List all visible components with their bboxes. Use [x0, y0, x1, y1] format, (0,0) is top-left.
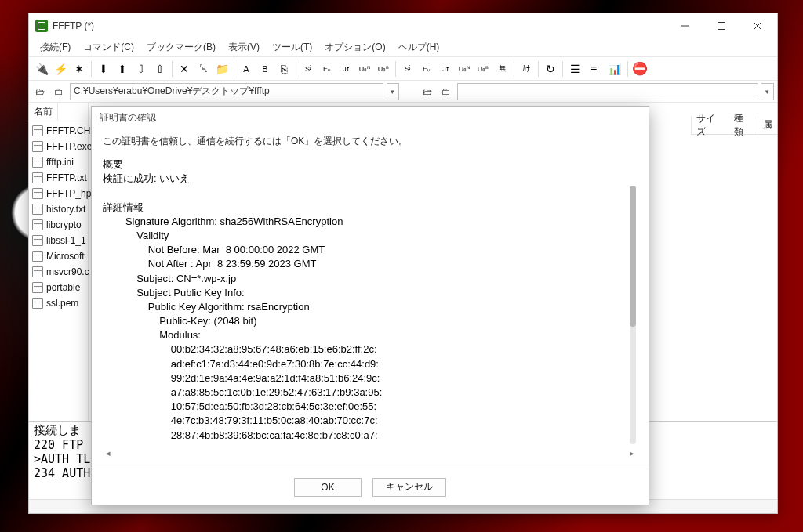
- file-name: libssl-1_1: [46, 235, 86, 246]
- menu-connect[interactable]: 接続(F): [34, 39, 77, 56]
- host-open-icon[interactable]: 🗀: [438, 85, 454, 99]
- newfolder-icon[interactable]: 📁: [213, 60, 231, 78]
- file-row[interactable]: libcrypto: [29, 217, 88, 233]
- dialog-title: 証明書の確認: [92, 107, 649, 128]
- binary-icon[interactable]: B: [256, 60, 274, 78]
- svg-rect-1: [718, 23, 725, 30]
- jis-local-icon[interactable]: Jɪ: [336, 60, 355, 78]
- utf8-host-icon[interactable]: U₈ᴺ: [455, 60, 474, 78]
- file-row[interactable]: history.txt: [29, 201, 88, 217]
- file-icon: [32, 266, 43, 277]
- file-name: FFFTP_hp: [46, 188, 91, 199]
- certificate-dialog: 証明書の確認 この証明書を信頼し、通信を続行するには「OK」を選択してください。…: [91, 106, 649, 505]
- dialog-message: この証明書を信頼し、通信を続行するには「OK」を選択してください。: [103, 135, 638, 148]
- minimize-button[interactable]: [667, 14, 703, 38]
- jis-host-icon[interactable]: Jɪ: [436, 60, 455, 78]
- calc-icon[interactable]: 📊: [603, 60, 625, 78]
- local-open-icon[interactable]: 🗀: [51, 85, 67, 99]
- file-row[interactable]: portable: [29, 280, 88, 295]
- file-icon: [32, 282, 43, 293]
- mirror-upload-icon[interactable]: ⇧: [151, 60, 169, 78]
- upload-icon[interactable]: ⬆: [113, 60, 132, 78]
- local-path-dropdown[interactable]: ▾: [387, 83, 399, 100]
- file-row[interactable]: msvcr90.c: [29, 264, 88, 280]
- host-updir-icon[interactable]: 🗁: [420, 85, 435, 99]
- none-host-icon[interactable]: 無: [492, 60, 511, 78]
- file-row[interactable]: ssl.pem: [29, 295, 88, 311]
- col-type[interactable]: 種類: [729, 116, 758, 134]
- refresh-icon[interactable]: ↻: [541, 60, 560, 78]
- file-row[interactable]: Microsoft: [29, 248, 88, 264]
- col-size[interactable]: サイズ: [691, 116, 729, 134]
- file-icon: [32, 298, 43, 309]
- utf8b-local-icon[interactable]: U₈ᴮ: [374, 60, 393, 78]
- pathbar: 🗁 🗀 ▾ 🗁 🗀 ▾: [29, 81, 777, 103]
- file-name: ssl.pem: [46, 298, 78, 309]
- vertical-scrollbar[interactable]: [630, 186, 636, 444]
- file-name: FFFTP.exe: [46, 141, 92, 152]
- app-icon: [35, 20, 48, 32]
- local-header: 名前: [29, 103, 88, 121]
- ascii-icon[interactable]: A: [237, 60, 256, 78]
- host-path-input[interactable]: [457, 83, 758, 100]
- lightning-icon[interactable]: ⚡: [51, 60, 70, 78]
- rename-icon[interactable]: ␡: [194, 60, 213, 78]
- local-path-input[interactable]: [70, 83, 383, 100]
- sjis-local-icon[interactable]: Sʲ: [299, 60, 318, 78]
- file-name: msvcr90.c: [46, 266, 89, 277]
- detail-view-icon[interactable]: ≡: [584, 60, 603, 78]
- utf8-local-icon[interactable]: U₈ᴺ: [355, 60, 374, 78]
- file-name: ffftp.ini: [46, 157, 74, 168]
- file-icon: [32, 125, 43, 136]
- host-header: サイズ 種類 属: [691, 116, 777, 135]
- certificate-text[interactable]: 概要 検証に成功: いいえ 詳細情報 Signature Algorithm: …: [103, 157, 638, 447]
- delete-icon[interactable]: ✕: [175, 60, 194, 78]
- file-icon: [32, 157, 43, 168]
- ok-button[interactable]: OK: [294, 478, 362, 497]
- file-icon: [32, 235, 43, 246]
- disconnect-icon[interactable]: ✶: [70, 60, 89, 78]
- host-path-dropdown[interactable]: ▾: [761, 83, 774, 100]
- menu-help[interactable]: ヘルプ(H): [392, 39, 446, 56]
- file-row[interactable]: FFFTP.txt: [29, 170, 88, 186]
- toolbar: 🔌 ⚡ ✶ ⬇ ⬆ ⇩ ⇧ ✕ ␡ 📁 A B ⎘ Sʲ Eᵤ Jɪ U₈ᴺ U…: [29, 57, 777, 81]
- maximize-button[interactable]: [703, 14, 739, 38]
- menu-view[interactable]: 表示(V): [222, 39, 266, 56]
- file-row[interactable]: FFFTP_hp: [29, 186, 88, 201]
- euc-host-icon[interactable]: Eᵤ: [417, 60, 436, 78]
- kana-icon[interactable]: ｶﾅ: [517, 60, 536, 78]
- list-view-icon[interactable]: ☰: [565, 60, 584, 78]
- file-name: Microsoft: [46, 251, 85, 262]
- mirror-download-icon[interactable]: ⇩: [132, 60, 151, 78]
- plug-icon[interactable]: 🔌: [32, 60, 51, 78]
- sjis-host-icon[interactable]: Sʲ: [398, 60, 417, 78]
- file-row[interactable]: ffftp.ini: [29, 154, 88, 170]
- euc-local-icon[interactable]: Eᵤ: [318, 60, 336, 78]
- menu-command[interactable]: コマンド(C): [77, 39, 140, 56]
- scroll-thumb[interactable]: [630, 186, 636, 327]
- col-attr[interactable]: 属: [758, 116, 777, 134]
- file-icon: [32, 141, 43, 152]
- close-button[interactable]: [739, 14, 776, 38]
- file-row[interactable]: libssl-1_1: [29, 233, 88, 248]
- horizontal-scrollbar[interactable]: ◂ ▸: [103, 447, 638, 458]
- scroll-right-icon[interactable]: ▸: [630, 448, 634, 458]
- menubar: 接続(F) コマンド(C) ブックマーク(B) 表示(V) ツール(T) オプシ…: [29, 38, 777, 57]
- cancel-button[interactable]: キャンセル: [372, 478, 446, 497]
- menu-tool[interactable]: ツール(T): [266, 39, 318, 56]
- titlebar: FFFTP (*): [29, 13, 777, 38]
- menu-option[interactable]: オプション(O): [318, 39, 391, 56]
- auto-icon[interactable]: ⎘: [274, 60, 293, 78]
- download-icon[interactable]: ⬇: [94, 60, 113, 78]
- local-updir-icon[interactable]: 🗁: [32, 85, 48, 99]
- utf8b-host-icon[interactable]: U₈ᴮ: [474, 60, 492, 78]
- local-file-list: 名前 FFFTP.CHMFFFTP.exeffftp.iniFFFTP.txtF…: [29, 103, 89, 421]
- stop-icon[interactable]: ⛔: [630, 60, 649, 78]
- menu-bookmark[interactable]: ブックマーク(B): [140, 39, 222, 56]
- file-row[interactable]: FFFTP.exe: [29, 139, 88, 154]
- col-name[interactable]: 名前: [29, 103, 58, 121]
- file-name: FFFTP.txt: [46, 172, 87, 183]
- scroll-left-icon[interactable]: ◂: [106, 448, 111, 458]
- file-icon: [32, 219, 43, 230]
- file-row[interactable]: FFFTP.CHM: [29, 123, 88, 139]
